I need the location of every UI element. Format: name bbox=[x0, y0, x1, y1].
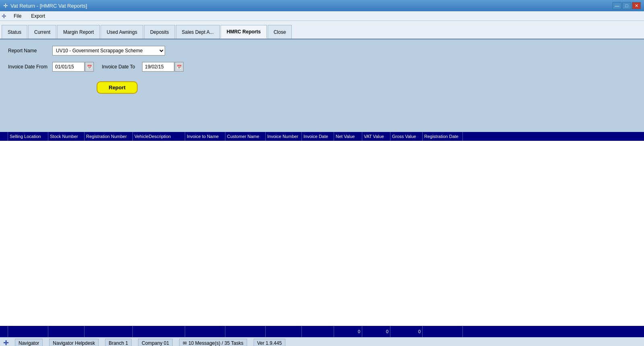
col-header-net-value: Net Value bbox=[334, 132, 362, 141]
col-header-registration-date: Registration Date bbox=[423, 132, 463, 141]
grid-header: Selling Location Stock Number Registrati… bbox=[0, 132, 644, 141]
status-branch: Branch 1 bbox=[105, 339, 132, 346]
restore-button[interactable]: □ bbox=[622, 2, 631, 9]
calendar-to-button[interactable]: 📅 bbox=[175, 62, 184, 72]
report-button-row: Report bbox=[8, 78, 636, 94]
tab-hmrc-reports[interactable]: HMRC Reports bbox=[221, 25, 267, 39]
tab-sales-dept[interactable]: Sales Dept A... bbox=[176, 25, 220, 39]
footer-invname bbox=[185, 326, 225, 337]
invoice-date-to-input[interactable] bbox=[142, 62, 174, 72]
branch-text: Branch 1 bbox=[109, 340, 128, 346]
tab-margin-report[interactable]: Margin Report bbox=[57, 25, 100, 39]
report-name-label: Report Name bbox=[8, 48, 52, 54]
helpdesk-text: Navigator Helpdesk bbox=[53, 340, 95, 346]
menu-export[interactable]: Export bbox=[26, 12, 50, 20]
messages-text: 10 Message(s) / 35 Tasks bbox=[188, 340, 244, 346]
invoice-date-from-label: Invoice Date From bbox=[8, 64, 52, 70]
tab-close[interactable]: Close bbox=[268, 25, 292, 39]
invoice-date-from-input[interactable] bbox=[52, 62, 85, 72]
date-to-group: 📅 bbox=[142, 62, 184, 72]
col-header-selling-location: Selling Location bbox=[8, 132, 48, 141]
menu-file[interactable]: File bbox=[9, 12, 26, 20]
status-navigator-label: Navigator bbox=[15, 339, 43, 346]
calendar-from-button[interactable]: 📅 bbox=[85, 62, 94, 72]
app-icon: ✛ bbox=[3, 2, 8, 9]
col-header-invoice-date: Invoice Date bbox=[302, 132, 334, 141]
report-name-row: Report Name UV10 - Government Scrappage … bbox=[8, 46, 636, 56]
close-window-button[interactable]: ✕ bbox=[632, 2, 641, 9]
footer-invdate bbox=[302, 326, 334, 337]
tab-status[interactable]: Status bbox=[2, 25, 27, 39]
window-title: Vat Return - [HMRC Vat Reports] bbox=[10, 3, 87, 9]
status-messages: ✉ 10 Message(s) / 35 Tasks bbox=[179, 339, 247, 346]
col-header-gross-value: Gross Value bbox=[390, 132, 423, 141]
report-name-select[interactable]: UV10 - Government Scrappage Scheme bbox=[52, 46, 165, 56]
col-header-vat-value: VAT Value bbox=[362, 132, 390, 141]
toolbar: Status Current Margin Report Used Awning… bbox=[0, 21, 644, 39]
tab-used-awnings[interactable]: Used Awnings bbox=[101, 25, 143, 39]
status-bar: ✛ Navigator Navigator Helpdesk Branch 1 … bbox=[0, 337, 644, 346]
invoice-date-to-label: Invoice Date To bbox=[102, 64, 142, 70]
footer-custname bbox=[225, 326, 266, 337]
navigator-icon: ✛ bbox=[3, 339, 8, 346]
col-header-stock-number: Stock Number bbox=[48, 132, 85, 141]
col-header-vehicle-description: VehicleDescription bbox=[133, 132, 185, 141]
company-text: Company 01 bbox=[142, 340, 169, 346]
footer-selling bbox=[8, 326, 48, 337]
footer-gross-total: 0 bbox=[390, 326, 423, 337]
app-menu-icon: ✛ bbox=[2, 13, 6, 19]
navigator-text: Navigator bbox=[19, 340, 39, 346]
footer-net-total: 0 bbox=[334, 326, 362, 337]
col-header-check bbox=[0, 132, 8, 141]
footer-invnum bbox=[266, 326, 302, 337]
mail-icon: ✉ bbox=[183, 340, 187, 346]
date-range-row: Invoice Date From 📅 Invoice Date To 📅 bbox=[8, 62, 636, 72]
grid-footer: 0 0 0 bbox=[0, 326, 644, 337]
menu-bar: ✛ File Export bbox=[0, 11, 644, 21]
minimize-button[interactable]: — bbox=[613, 2, 621, 9]
footer-stock bbox=[48, 326, 85, 337]
col-header-invoice-number: Invoice Number bbox=[266, 132, 302, 141]
status-version: Ver 1.9.445 bbox=[254, 339, 285, 346]
footer-vat-total: 0 bbox=[362, 326, 390, 337]
title-bar-left: ✛ Vat Return - [HMRC Vat Reports] bbox=[3, 2, 87, 9]
title-bar: ✛ Vat Return - [HMRC Vat Reports] — □ ✕ bbox=[0, 0, 644, 11]
footer-vdesc bbox=[133, 326, 185, 337]
form-area: Report Name UV10 - Government Scrappage … bbox=[0, 39, 644, 132]
col-header-registration-number: Registration Number bbox=[85, 132, 133, 141]
version-text: Ver 1.9.445 bbox=[257, 340, 282, 346]
tab-current[interactable]: Current bbox=[28, 25, 56, 39]
status-company: Company 01 bbox=[138, 339, 173, 346]
footer-reg bbox=[85, 326, 133, 337]
date-from-group: 📅 bbox=[52, 62, 94, 72]
title-bar-controls: — □ ✕ bbox=[613, 2, 641, 9]
col-header-customer-name: Customer Name bbox=[225, 132, 266, 141]
footer-regdate bbox=[423, 326, 463, 337]
report-button[interactable]: Report bbox=[97, 81, 138, 94]
tab-deposits[interactable]: Deposits bbox=[144, 25, 175, 39]
footer-check bbox=[0, 326, 8, 337]
col-header-invoice-to-name: Invoice to Name bbox=[185, 132, 225, 141]
status-helpdesk: Navigator Helpdesk bbox=[49, 339, 99, 346]
grid-data bbox=[0, 141, 644, 326]
